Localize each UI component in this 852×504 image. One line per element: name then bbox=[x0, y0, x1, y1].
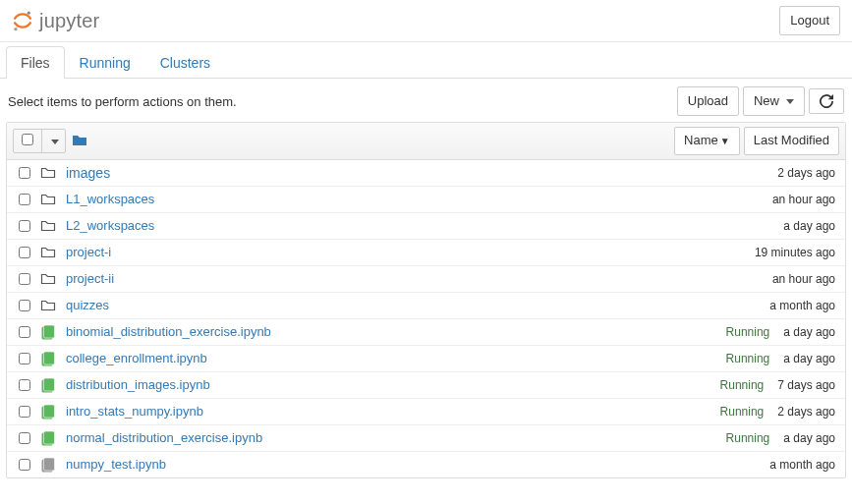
file-link[interactable]: intro_stats_numpy.ipynb bbox=[66, 404, 203, 419]
modified-time: a day ago bbox=[783, 219, 835, 233]
folder-icon bbox=[40, 165, 56, 181]
status-badge: Running bbox=[726, 325, 770, 339]
logout-button[interactable]: Logout bbox=[779, 6, 840, 35]
status-badge: Running bbox=[726, 431, 770, 445]
caret-down-icon bbox=[48, 134, 59, 148]
file-link[interactable]: project-i bbox=[66, 245, 111, 259]
modified-time: a month ago bbox=[769, 299, 835, 312]
actionbar: Select items to perform actions on them.… bbox=[0, 79, 852, 122]
table-row: intro_stats_numpy.ipynbRunning2 days ago bbox=[7, 399, 845, 425]
sort-name-label: Name bbox=[684, 133, 718, 147]
file-list: Name▼ Last Modified images2 days agoL1_w… bbox=[6, 122, 846, 477]
logo[interactable]: jupyter bbox=[12, 10, 99, 32]
svg-rect-11 bbox=[44, 431, 55, 444]
modified-time: a day ago bbox=[783, 431, 835, 445]
new-dropdown[interactable]: New bbox=[743, 86, 805, 116]
row-checkbox[interactable] bbox=[19, 273, 30, 285]
table-row: college_enrollment.ipynbRunninga day ago bbox=[7, 346, 845, 372]
svg-rect-13 bbox=[44, 458, 55, 471]
header: jupyter Logout bbox=[0, 0, 852, 42]
file-link[interactable]: L1_workspaces bbox=[66, 192, 154, 206]
svg-rect-7 bbox=[44, 378, 55, 391]
select-all-checkbox[interactable] bbox=[22, 134, 33, 145]
refresh-icon bbox=[820, 94, 833, 108]
row-checkbox[interactable] bbox=[19, 353, 30, 364]
select-all-group bbox=[13, 129, 66, 153]
tab-files[interactable]: Files bbox=[6, 46, 65, 79]
file-link[interactable]: images bbox=[66, 165, 110, 181]
folder-icon bbox=[40, 271, 56, 287]
table-row: quizzesa month ago bbox=[7, 293, 845, 319]
sort-by-modified[interactable]: Last Modified bbox=[744, 127, 839, 154]
modified-time: 19 minutes ago bbox=[755, 246, 835, 259]
upload-button[interactable]: Upload bbox=[677, 86, 739, 116]
row-checkbox[interactable] bbox=[19, 300, 30, 311]
file-link[interactable]: normal_distribution_exercise.ipynb bbox=[66, 430, 262, 445]
arrow-down-icon: ▼ bbox=[720, 136, 730, 146]
row-checkbox[interactable] bbox=[19, 406, 30, 418]
row-checkbox[interactable] bbox=[19, 194, 30, 205]
folder-icon bbox=[40, 192, 56, 207]
file-link[interactable]: binomial_distribution_exercise.ipynb bbox=[66, 324, 271, 339]
table-row: numpy_test.ipynba month ago bbox=[7, 452, 845, 477]
tab-running[interactable]: Running bbox=[65, 46, 145, 79]
row-checkbox[interactable] bbox=[19, 247, 30, 258]
status-badge: Running bbox=[726, 352, 770, 365]
modified-time: a day ago bbox=[783, 352, 835, 365]
breadcrumb-root[interactable] bbox=[72, 133, 87, 148]
svg-rect-9 bbox=[44, 405, 55, 418]
tab-clusters[interactable]: Clusters bbox=[145, 46, 225, 79]
tabbar: FilesRunningClusters bbox=[0, 46, 852, 79]
row-checkbox[interactable] bbox=[19, 220, 30, 232]
action-hint: Select items to perform actions on them. bbox=[8, 94, 237, 109]
svg-rect-5 bbox=[44, 352, 55, 364]
refresh-button[interactable] bbox=[809, 88, 844, 114]
table-row: distribution_images.ipynbRunning7 days a… bbox=[7, 372, 845, 399]
table-row: project-i19 minutes ago bbox=[7, 240, 845, 266]
select-all-dropdown[interactable] bbox=[42, 130, 65, 152]
notebook-icon bbox=[40, 457, 56, 473]
file-link[interactable]: project-ii bbox=[66, 271, 114, 286]
jupyter-icon bbox=[12, 10, 33, 31]
modified-time: 2 days ago bbox=[777, 405, 835, 419]
notebook-running-icon bbox=[40, 404, 56, 420]
modified-time: 2 days ago bbox=[777, 166, 835, 180]
modified-time: an hour ago bbox=[772, 193, 835, 206]
table-row: images2 days ago bbox=[7, 160, 845, 187]
modified-time: 7 days ago bbox=[777, 378, 835, 392]
logo-text: jupyter bbox=[39, 10, 99, 32]
table-row: L2_workspacesa day ago bbox=[7, 213, 845, 240]
row-checkbox[interactable] bbox=[19, 432, 30, 444]
table-row: binomial_distribution_exercise.ipynbRunn… bbox=[7, 319, 845, 346]
file-link[interactable]: quizzes bbox=[66, 298, 109, 312]
file-link[interactable]: numpy_test.ipynb bbox=[66, 457, 166, 472]
folder-icon bbox=[40, 245, 56, 260]
svg-point-1 bbox=[14, 28, 17, 30]
modified-time: a month ago bbox=[769, 458, 835, 472]
notebook-running-icon bbox=[40, 430, 56, 446]
modified-time: a day ago bbox=[783, 325, 835, 339]
file-link[interactable]: distribution_images.ipynb bbox=[66, 377, 210, 392]
sort-by-name[interactable]: Name▼ bbox=[674, 127, 740, 154]
modified-time: an hour ago bbox=[772, 272, 835, 286]
row-checkbox[interactable] bbox=[19, 379, 30, 391]
folder-icon bbox=[40, 218, 56, 234]
notebook-running-icon bbox=[40, 324, 56, 340]
status-badge: Running bbox=[720, 405, 765, 419]
new-label: New bbox=[754, 92, 779, 110]
svg-point-0 bbox=[28, 12, 30, 15]
row-checkbox[interactable] bbox=[19, 326, 30, 338]
folder-icon bbox=[40, 298, 56, 313]
status-badge: Running bbox=[720, 378, 765, 392]
row-checkbox[interactable] bbox=[19, 459, 30, 471]
table-row: L1_workspacesan hour ago bbox=[7, 187, 845, 213]
row-checkbox[interactable] bbox=[19, 167, 30, 179]
svg-rect-3 bbox=[44, 325, 55, 338]
file-link[interactable]: L2_workspaces bbox=[66, 218, 154, 233]
table-row: normal_distribution_exercise.ipynbRunnin… bbox=[7, 425, 845, 452]
caret-down-icon bbox=[783, 92, 794, 110]
notebook-running-icon bbox=[40, 377, 56, 393]
file-link[interactable]: college_enrollment.ipynb bbox=[66, 351, 207, 365]
list-header: Name▼ Last Modified bbox=[7, 123, 845, 159]
table-row: project-iian hour ago bbox=[7, 266, 845, 293]
